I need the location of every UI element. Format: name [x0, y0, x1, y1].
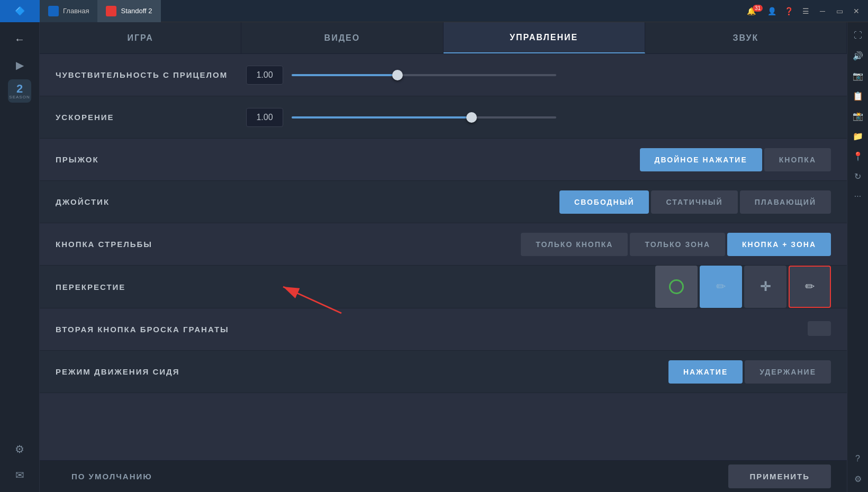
tab-game[interactable]: ИГРА: [40, 22, 241, 53]
close-button[interactable]: ✕: [849, 4, 864, 19]
location-icon[interactable]: 📍: [850, 148, 866, 164]
fire-button-zone-button[interactable]: КНОПКА + ЗОНА: [727, 233, 831, 256]
notification-button[interactable]: 🔔 31: [747, 4, 762, 19]
fire-button-label: КНОПКА СТРЕЛЬБЫ: [56, 240, 246, 249]
folder-icon[interactable]: 📁: [850, 128, 866, 144]
right-sidebar: ⛶ 🔊 📷 📋 📸 📁 📍 ↻ ··· ? ⚙: [847, 22, 868, 492]
joystick-label: ДЖОЙСТИК: [56, 197, 246, 206]
joystick-row: ДЖОЙСТИК СВОБОДНЫЙ СТАТИЧНЫЙ ПЛАВАЮЩИЙ: [40, 181, 847, 223]
fire-zone-only-button[interactable]: ТОЛЬКО ЗОНА: [630, 233, 725, 256]
sensitivity-slider-fill: [292, 74, 397, 76]
crosshair-pencil1-icon: ✏: [716, 280, 726, 294]
tab-video[interactable]: ВИДЕО: [241, 22, 443, 53]
fire-button-only-button[interactable]: ТОЛЬКО КНОПКА: [521, 233, 628, 256]
main-content: ИГРА ВИДЕО УПРАВЛЕНИЕ ЗВУК ЧУВСТВИТЕЛЬНО…: [40, 22, 847, 492]
fire-button-row: КНОПКА СТРЕЛЬБЫ ТОЛЬКО КНОПКА ТОЛЬКО ЗОН…: [40, 223, 847, 266]
fire-button-options: ТОЛЬКО КНОПКА ТОЛЬКО ЗОНА КНОПКА + ЗОНА: [521, 233, 831, 256]
sensitivity-slider-container: 1.00: [246, 66, 831, 85]
crouch-mode-row: РЕЖИМ ДВИЖЕНИЯ СИДЯ НАЖАТИЕ УДЕРЖАНИЕ: [40, 351, 847, 393]
grenade-toggle[interactable]: [808, 321, 831, 336]
crouch-hold-button[interactable]: УДЕРЖАНИЕ: [745, 360, 831, 384]
title-bar: 🔷 Главная Standoff 2 🔔 31 👤 ❓ ☰ ─ ▭ ✕: [0, 0, 868, 22]
question-icon[interactable]: ?: [850, 451, 866, 467]
account-button[interactable]: 👤: [764, 4, 779, 19]
joystick-free-button[interactable]: СВОБОДНЫЙ: [559, 190, 649, 214]
acceleration-row: УСКОРЕНИЕ 1.00: [40, 96, 847, 139]
sensitivity-row: ЧУВСТВИТЕЛЬНОСТЬ С ПРИЦЕЛОМ 1.00: [40, 54, 847, 96]
tab-home[interactable]: Главная: [40, 0, 97, 22]
crosshair-label: ПЕРЕКРЕСТИЕ: [56, 283, 246, 291]
crosshair-plus-icon: ✛: [760, 279, 771, 294]
acceleration-slider-track[interactable]: [292, 116, 556, 119]
more-icon[interactable]: ···: [850, 188, 866, 204]
footer-bar: ПО УМОЛЧАНИЮ ПРИМЕНИТЬ: [40, 460, 847, 492]
jump-row: ПРЫЖОК ДВОЙНОЕ НАЖАТИЕ КНОПКА: [40, 139, 847, 181]
crosshair-plus-button[interactable]: ✛: [744, 266, 786, 308]
tab-sound[interactable]: ЗВУК: [645, 22, 847, 53]
apply-button[interactable]: ПРИМЕНИТЬ: [728, 464, 831, 488]
rotate-icon[interactable]: ↻: [850, 168, 866, 184]
crosshair-pencil2-icon: ✏: [805, 280, 815, 294]
settings-tab-bar: ИГРА ВИДЕО УПРАВЛЕНИЕ ЗВУК: [40, 22, 847, 54]
joystick-floating-button[interactable]: ПЛАВАЮЩИЙ: [740, 190, 831, 214]
grenade-label: ВТОРАЯ КНОПКА БРОСКА ГРАНАТЫ: [56, 325, 246, 334]
help-button[interactable]: ❓: [781, 4, 796, 19]
home-tab-label: Главная: [63, 7, 89, 15]
grenade-row: ВТОРАЯ КНОПКА БРОСКА ГРАНАТЫ: [40, 308, 847, 351]
acceleration-value: 1.00: [246, 108, 283, 127]
back-button[interactable]: ←: [8, 28, 31, 51]
sensitivity-label: ЧУВСТВИТЕЛЬНОСТЬ С ПРИЦЕЛОМ: [56, 70, 246, 79]
crouch-mode-options: НАЖАТИЕ УДЕРЖАНИЕ: [668, 360, 831, 384]
jump-double-tap-button[interactable]: ДВОЙНОЕ НАЖАТИЕ: [640, 148, 762, 171]
settings-small-icon[interactable]: ⚙: [850, 471, 866, 487]
maximize-button[interactable]: ▭: [832, 4, 847, 19]
play-icon[interactable]: ▶: [8, 53, 31, 77]
settings-area: ЧУВСТВИТЕЛЬНОСТЬ С ПРИЦЕЛОМ 1.00 УСКОРЕН…: [40, 54, 847, 460]
season-badge[interactable]: 2 SEASON: [8, 79, 31, 103]
volume-icon[interactable]: 🔊: [850, 48, 866, 63]
crosshair-pencil1-button[interactable]: ✏: [700, 266, 742, 308]
settings-icon[interactable]: ⚙: [8, 438, 31, 461]
acceleration-slider-thumb[interactable]: [466, 112, 477, 123]
mail-icon[interactable]: ✉: [8, 463, 31, 487]
window-controls: 🔔 31 👤 ❓ ☰ ─ ▭ ✕: [747, 4, 868, 19]
crosshair-circle-button[interactable]: [655, 266, 698, 308]
sensitivity-slider-track[interactable]: [292, 74, 556, 76]
jump-label: ПРЫЖОК: [56, 155, 246, 164]
bluestacks-logo: 🔷: [0, 0, 40, 22]
crouch-mode-label: РЕЖИМ ДВИЖЕНИЯ СИДЯ: [56, 367, 246, 376]
notification-badge: 31: [753, 5, 763, 12]
sensitivity-value: 1.00: [246, 66, 283, 85]
menu-button[interactable]: ☰: [798, 4, 813, 19]
tab-controls[interactable]: УПРАВЛЕНИЕ: [444, 22, 645, 53]
crosshair-circle-icon: [669, 279, 684, 294]
jump-options: ДВОЙНОЕ НАЖАТИЕ КНОПКА: [640, 148, 831, 171]
camera-icon[interactable]: 📸: [850, 108, 866, 124]
default-button[interactable]: ПО УМОЛЧАНИЮ: [56, 464, 168, 488]
game-tab-label: Standoff 2: [121, 7, 152, 15]
acceleration-label: УСКОРЕНИЕ: [56, 113, 246, 122]
jump-button-button[interactable]: КНОПКА: [764, 148, 831, 171]
screenshot-icon[interactable]: 📷: [850, 68, 866, 84]
crosshair-options: ✏ ✛ ✏: [655, 266, 831, 308]
season-text: SEASON: [9, 95, 30, 99]
season-number: 2: [16, 83, 23, 95]
expand-icon[interactable]: ⛶: [850, 28, 866, 43]
joystick-static-button[interactable]: СТАТИЧНЫЙ: [651, 190, 737, 214]
crouch-press-button[interactable]: НАЖАТИЕ: [668, 360, 743, 384]
tab-standoff2[interactable]: Standoff 2: [97, 0, 160, 22]
clipboard-icon[interactable]: 📋: [850, 88, 866, 104]
home-tab-icon: [48, 6, 59, 16]
crosshair-pencil2-button[interactable]: ✏: [789, 266, 831, 308]
game-tab-icon: [106, 6, 116, 16]
minimize-button[interactable]: ─: [815, 4, 830, 19]
acceleration-slider-fill: [292, 116, 472, 119]
crosshair-row: ПЕРЕКРЕСТИЕ ✏ ✛ ✏: [40, 266, 847, 308]
sensitivity-slider-thumb[interactable]: [392, 70, 403, 80]
joystick-options: СВОБОДНЫЙ СТАТИЧНЫЙ ПЛАВАЮЩИЙ: [559, 190, 831, 214]
left-sidebar: ← ▶ 2 SEASON ⚙ ✉: [0, 22, 40, 492]
acceleration-slider-container: 1.00: [246, 108, 831, 127]
